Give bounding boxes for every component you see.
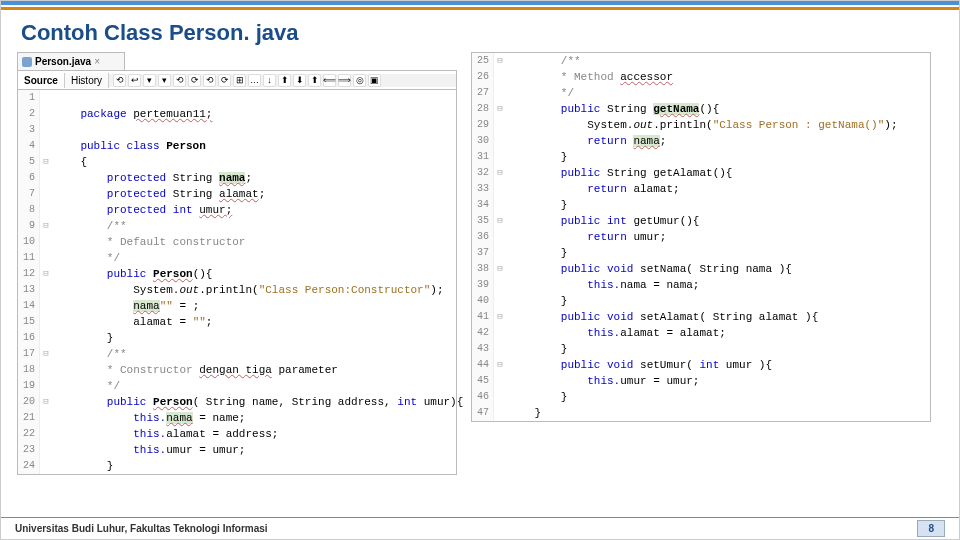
toolbar-icon[interactable]: ⟳ <box>218 74 231 87</box>
toolbar-icon[interactable]: ⬆ <box>278 74 291 87</box>
code-line: 2 package pertemuan11; <box>18 106 456 122</box>
fold-gutter[interactable]: ⊟ <box>494 261 506 277</box>
code-text: } <box>506 245 567 261</box>
toolbar-icons: ⟲↩▾▾⟲⟳⟲⟳⊞…↓⬆⬇⬆⟸⟹◎▣ <box>109 74 456 87</box>
code-line: 35⊟ public int getUmur(){ <box>472 213 930 229</box>
footer-university: Universitas Budi Luhur, Fakultas Teknolo… <box>15 523 268 534</box>
line-number: 39 <box>472 277 494 293</box>
toolbar-icon[interactable]: ⟲ <box>113 74 126 87</box>
code-line: 23 this.umur = umur; <box>18 442 456 458</box>
file-icon <box>22 57 32 67</box>
code-line: 20⊟ public Person( String name, String a… <box>18 394 456 410</box>
close-icon[interactable]: × <box>94 56 100 67</box>
toolbar-icon[interactable]: ⟲ <box>203 74 216 87</box>
line-number: 43 <box>472 341 494 357</box>
fold-gutter[interactable]: ⊟ <box>40 346 52 362</box>
code-text: nama"" = ; <box>52 298 199 314</box>
tab-source[interactable]: Source <box>18 73 65 88</box>
code-text: return nama; <box>506 133 666 149</box>
code-text: } <box>506 293 567 309</box>
code-line: 15 alamat = ""; <box>18 314 456 330</box>
code-text: } <box>506 405 541 421</box>
toolbar-icon[interactable]: ↩ <box>128 74 141 87</box>
code-text: alamat = ""; <box>52 314 212 330</box>
toolbar-icon[interactable]: ⟹ <box>338 74 351 87</box>
code-text: package pertemuan11; <box>52 106 212 122</box>
code-text: public void setUmur( int umur ){ <box>506 357 772 373</box>
code-text: /** <box>506 53 581 69</box>
line-number: 35 <box>472 213 494 229</box>
code-text: return alamat; <box>506 181 680 197</box>
code-line: 47 } <box>472 405 930 421</box>
fold-gutter[interactable]: ⊟ <box>40 394 52 410</box>
code-line: 29 System.out.println("Class Person : ge… <box>472 117 930 133</box>
fold-gutter[interactable]: ⊟ <box>494 53 506 69</box>
fold-gutter[interactable]: ⊟ <box>40 218 52 234</box>
fold-gutter[interactable]: ⊟ <box>494 357 506 373</box>
line-number: 42 <box>472 325 494 341</box>
line-number: 27 <box>472 85 494 101</box>
code-line: 40 } <box>472 293 930 309</box>
code-text: } <box>52 458 113 474</box>
fold-gutter[interactable]: ⊟ <box>40 154 52 170</box>
code-line: 9⊟ /** <box>18 218 456 234</box>
fold-gutter[interactable]: ⊟ <box>40 266 52 282</box>
code-line: 21 this.nama = name; <box>18 410 456 426</box>
code-line: 1 <box>18 90 456 106</box>
toolbar-icon[interactable]: ⬇ <box>293 74 306 87</box>
code-text: public int getUmur(){ <box>506 213 699 229</box>
toolbar-icon[interactable]: ▾ <box>143 74 156 87</box>
code-line: 4 public class Person <box>18 138 456 154</box>
code-text: * Default constructor <box>52 234 245 250</box>
code-line: 32⊟ public String getAlamat(){ <box>472 165 930 181</box>
page-number: 8 <box>917 520 945 537</box>
toolbar-icon[interactable]: ↓ <box>263 74 276 87</box>
toolbar-icon[interactable]: ⟸ <box>323 74 336 87</box>
fold-gutter[interactable]: ⊟ <box>494 309 506 325</box>
toolbar-icon[interactable]: ⟳ <box>188 74 201 87</box>
code-text: /** <box>52 218 127 234</box>
code-text: System.out.println("Class Person : getNa… <box>506 117 898 133</box>
line-number: 36 <box>472 229 494 245</box>
code-text: } <box>506 389 567 405</box>
code-text: public Person(){ <box>52 266 212 282</box>
toolbar-icon[interactable]: ⊞ <box>233 74 246 87</box>
line-number: 23 <box>18 442 40 458</box>
code-text: public String getAlamat(){ <box>506 165 732 181</box>
tab-history[interactable]: History <box>65 73 109 88</box>
code-text: } <box>506 197 567 213</box>
file-tab[interactable]: Person.java × <box>17 52 125 70</box>
line-number: 15 <box>18 314 40 330</box>
code-line: 7 protected String alamat; <box>18 186 456 202</box>
code-line: 6 protected String nama; <box>18 170 456 186</box>
toolbar-icon[interactable]: ⬆ <box>308 74 321 87</box>
toolbar-icon[interactable]: ⟲ <box>173 74 186 87</box>
code-line: 13 System.out.println("Class Person:Cons… <box>18 282 456 298</box>
code-area-right[interactable]: 25⊟ /**26 * Method accessor27 */28⊟ publ… <box>471 52 931 422</box>
code-line: 11 */ <box>18 250 456 266</box>
code-text: this.alamat = alamat; <box>506 325 726 341</box>
code-line: 3 <box>18 122 456 138</box>
toolbar-icon[interactable]: ▾ <box>158 74 171 87</box>
toolbar-icon[interactable]: … <box>248 74 261 87</box>
code-text: */ <box>52 250 120 266</box>
code-text: } <box>52 330 113 346</box>
code-text: * Method accessor <box>506 69 673 85</box>
line-number: 40 <box>472 293 494 309</box>
code-line: 8 protected int umur; <box>18 202 456 218</box>
toolbar-icon[interactable]: ◎ <box>353 74 366 87</box>
code-text: public void setAlamat( String alamat ){ <box>506 309 818 325</box>
code-text: this.umur = umur; <box>506 373 699 389</box>
line-number: 24 <box>18 458 40 474</box>
line-number: 32 <box>472 165 494 181</box>
line-number: 1 <box>18 90 40 106</box>
fold-gutter[interactable]: ⊟ <box>494 165 506 181</box>
fold-gutter[interactable]: ⊟ <box>494 213 506 229</box>
fold-gutter[interactable]: ⊟ <box>494 101 506 117</box>
line-number: 2 <box>18 106 40 122</box>
code-line: 34 } <box>472 197 930 213</box>
code-area-left[interactable]: 12 package pertemuan11;34 public class P… <box>17 90 457 475</box>
line-number: 20 <box>18 394 40 410</box>
header-blue-bar <box>1 1 959 5</box>
toolbar-icon[interactable]: ▣ <box>368 74 381 87</box>
